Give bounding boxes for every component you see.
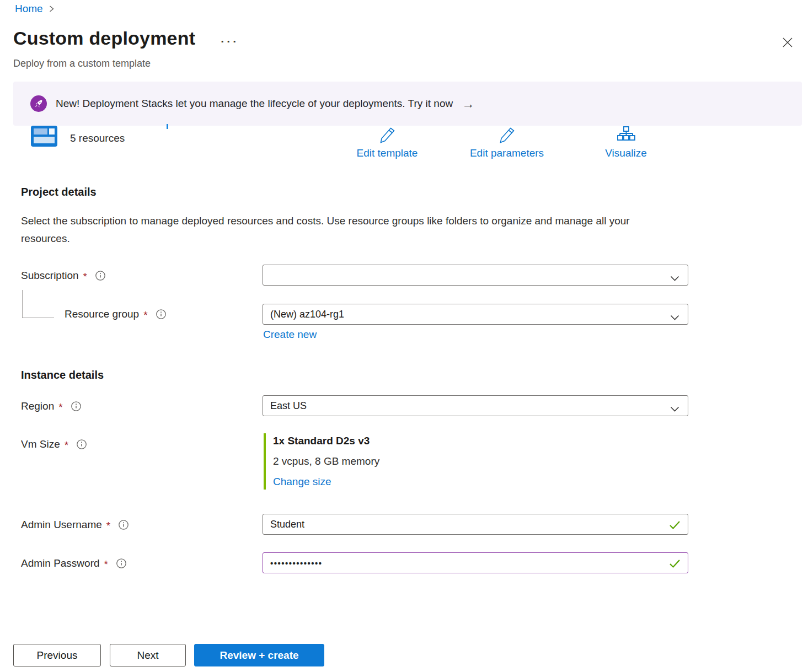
required-marker: * — [104, 558, 108, 571]
review-create-button[interactable]: Review + create — [194, 644, 324, 666]
banner-text: New! Deployment Stacks let you manage th… — [56, 98, 453, 110]
vm-size-summary: 1x Standard D2s v3 2 vcpus, 8 GB memory … — [264, 433, 379, 490]
region-label: Region* — [21, 400, 82, 412]
pencil-icon — [378, 126, 397, 146]
required-marker: * — [65, 439, 68, 451]
resource-group-value: (New) az104-rg1 — [270, 309, 344, 320]
project-details-description: Select the subscription to manage deploy… — [21, 212, 655, 248]
previous-button[interactable]: Previous — [13, 644, 101, 666]
admin-password-input[interactable] — [270, 558, 666, 568]
edit-parameters-label: Edit parameters — [470, 147, 544, 159]
resource-group-dropdown[interactable]: (New) az104-rg1 — [263, 304, 688, 325]
vm-size-detail: 2 vcpus, 8 GB memory — [273, 455, 379, 467]
visualize-label: Visualize — [605, 147, 647, 159]
project-details-heading: Project details — [21, 186, 97, 198]
valid-check-icon — [669, 559, 681, 571]
info-icon[interactable] — [118, 519, 129, 530]
required-marker: * — [58, 401, 62, 413]
instance-details-heading: Instance details — [21, 369, 104, 381]
edit-template-label: Edit template — [357, 147, 418, 159]
required-marker: * — [143, 309, 147, 321]
region-value: East US — [270, 400, 307, 412]
rocket-icon — [30, 95, 47, 112]
chevron-right-icon — [49, 5, 55, 13]
create-new-link[interactable]: Create new — [263, 329, 317, 341]
edit-template-button[interactable]: Edit template — [338, 126, 437, 159]
breadcrumb-home-link[interactable]: Home — [15, 3, 43, 15]
admin-password-label: Admin Password* — [21, 557, 127, 569]
subscription-dropdown[interactable] — [263, 265, 688, 286]
required-marker: * — [83, 271, 87, 283]
required-marker: * — [106, 520, 110, 532]
field-connector-line — [22, 290, 23, 318]
breadcrumb: Home — [15, 3, 55, 15]
resources-count: 5 resources — [70, 132, 125, 144]
arrow-right-icon[interactable]: → — [462, 98, 474, 110]
deployment-stacks-banner[interactable]: New! Deployment Stacks let you manage th… — [13, 82, 802, 126]
vm-size-value: 1x Standard D2s v3 — [273, 435, 379, 447]
clipped-element-artifact — [167, 124, 168, 129]
pencil-icon — [497, 126, 516, 146]
chevron-down-icon — [670, 404, 679, 415]
admin-password-field-wrapper — [263, 552, 688, 573]
region-dropdown[interactable]: East US — [263, 395, 688, 416]
page-title: Custom deployment — [13, 28, 195, 49]
change-size-link[interactable]: Change size — [273, 476, 379, 488]
subscription-label: Subscription* — [21, 270, 106, 282]
admin-username-label: Admin Username* — [21, 519, 129, 531]
visualize-button[interactable]: Visualize — [576, 126, 676, 159]
next-button[interactable]: Next — [110, 644, 186, 666]
template-icon — [31, 126, 57, 149]
info-icon[interactable] — [76, 439, 87, 450]
chevron-down-icon — [670, 312, 679, 324]
info-icon[interactable] — [71, 401, 82, 412]
valid-check-icon — [669, 520, 681, 532]
vm-size-label: Vm Size* — [21, 438, 87, 450]
admin-username-field-wrapper — [263, 514, 688, 535]
page-subtitle: Deploy from a custom template — [13, 58, 151, 69]
field-connector-line — [22, 318, 54, 318]
chevron-down-icon — [670, 273, 679, 284]
info-icon[interactable] — [156, 309, 167, 320]
resource-group-label: Resource group* — [65, 308, 167, 320]
info-icon[interactable] — [116, 558, 127, 569]
more-options-ellipsis[interactable]: ··· — [221, 29, 239, 48]
hierarchy-icon — [617, 126, 635, 146]
admin-username-input[interactable] — [270, 519, 666, 530]
close-icon[interactable] — [778, 33, 797, 52]
edit-parameters-button[interactable]: Edit parameters — [457, 126, 556, 159]
info-icon[interactable] — [95, 270, 106, 281]
